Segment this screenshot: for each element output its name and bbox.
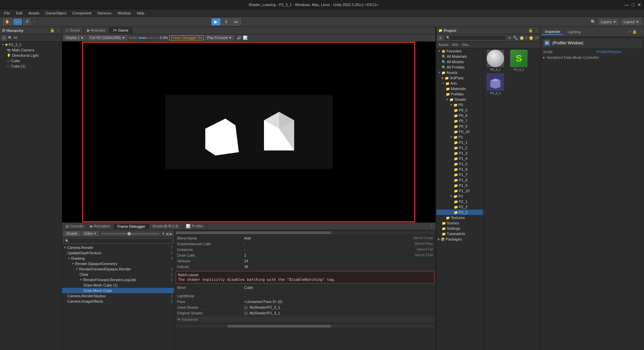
tab-lighting[interactable]: Lighting [565, 29, 583, 35]
hierarchy-add-btn[interactable]: + [1, 35, 7, 41]
asset-p231-shader[interactable]: S P2_3_1 [508, 50, 530, 71]
project-toolbar-icon2[interactable]: 🔧 [513, 36, 518, 40]
ptree-prefabs[interactable]: 📁 Prefabs [436, 91, 483, 97]
tab-inspector[interactable]: Inspector [542, 29, 563, 35]
ptree-p1-8[interactable]: 📁 P1_8 [436, 177, 483, 183]
layers-dropdown[interactable]: Layers ▼ [598, 19, 619, 25]
menu-gameobject[interactable]: GameObject [43, 10, 69, 16]
menu-services[interactable]: Services [95, 10, 114, 16]
scale-slider[interactable] [139, 37, 159, 39]
ptree-p1-10[interactable]: 📁 P1_10 [436, 188, 483, 193]
play-button[interactable]: ▶ [211, 18, 221, 26]
rotate-tool[interactable]: ↺ [23, 18, 31, 25]
ptree-p0[interactable]: ▼ 📁 P0 [436, 102, 483, 107]
tab-animation[interactable]: ▶ Animation [87, 223, 114, 229]
ptree-p1-5[interactable]: 📁 P1_5 [436, 161, 483, 167]
tab-scene[interactable]: ⬡ Scene [62, 28, 84, 33]
breadcrumb-arts[interactable]: Arts [452, 43, 458, 47]
menu-window[interactable]: Window [115, 10, 133, 16]
stats-icon[interactable]: 📊 [243, 36, 248, 40]
project-more-icon[interactable]: ⋮ [534, 28, 538, 33]
hierarchy-root-item[interactable]: ▼ ◆ P2_3_1 [0, 42, 62, 47]
ptree-tutorialinfo[interactable]: 📁 TutorialInfo [436, 231, 483, 236]
menu-edit[interactable]: Edit [13, 10, 25, 16]
ptree-assets[interactable]: ▼ 📁 Assets [436, 70, 483, 75]
used-shader-value[interactable]: MyShader/P2_3_1 [244, 305, 433, 309]
tree-clear[interactable]: Clear 1 [62, 272, 174, 277]
disable-btn[interactable]: Disable [63, 231, 80, 236]
hierarchy-camera-item[interactable]: 📷 Main Camera [0, 47, 62, 53]
bottom-more-icon[interactable]: ⋮ [430, 224, 436, 229]
ptree-p2-1[interactable]: 📁 P2_1 [436, 199, 483, 204]
ptree-p1-4[interactable]: 📁 P1_4 [436, 156, 483, 161]
ptree-p1-6[interactable]: 📁 P1_6 [436, 167, 483, 172]
project-toolbar-icon4[interactable]: ℹ [526, 36, 527, 40]
project-toolbar-icon3[interactable]: ⭐ [519, 36, 524, 40]
ptree-textures[interactable]: 📁 Textures [436, 215, 483, 220]
ptree-p1-9[interactable]: 📁 P1_9 [436, 183, 483, 188]
search-input[interactable] [63, 238, 173, 244]
hierarchy-cube1-item[interactable]: ⬡ Cube (1) [0, 63, 62, 69]
project-search-input[interactable] [451, 36, 472, 40]
scroll-thumb[interactable] [176, 231, 331, 234]
menu-component[interactable]: Component [69, 10, 94, 16]
ptree-p0-6[interactable]: 📁 P0_6 [436, 113, 483, 118]
ptree-p0-5[interactable]: 📁 P0_5 [436, 107, 483, 113]
ptree-p0-10[interactable]: 📁 P0_10 [436, 129, 483, 134]
pause-button[interactable]: ⏸ [221, 18, 231, 26]
close-btn[interactable]: ✕ [637, 2, 641, 7]
ptree-favorites[interactable]: ▼ ⭐ Favorites [436, 48, 483, 54]
ptree-p1-1[interactable]: 📁 P1_1 [436, 140, 483, 145]
resolution-dropdown[interactable]: Full HD (1920x1080) ▼ [88, 35, 127, 40]
ptree-settings[interactable]: 📁 Settings [436, 226, 483, 231]
tree-update-depth[interactable]: UpdateDepthTexture 1 [62, 250, 174, 256]
tree-render-skybox[interactable]: Camera.RenderSkybox 1 [62, 293, 174, 299]
tree-drawing[interactable]: ▼ Drawing 4 [62, 256, 174, 261]
tab-console[interactable]: ▤ Console [62, 223, 87, 229]
ptree-3rdparty[interactable]: ▶ 📁 3rdParty [436, 75, 483, 81]
asset-p231-cube[interactable]: P2_3_1 [485, 73, 506, 95]
layout-dropdown[interactable]: Layout ▼ [621, 19, 641, 25]
tree-image-effects[interactable]: Camera.ImageEffects 2 [62, 299, 174, 304]
project-lock-icon[interactable]: 🔒 [528, 28, 533, 33]
asset-p231-sphere[interactable]: P2_3_1 [485, 50, 506, 71]
tab-frame-debugger[interactable]: Frame Debugger [114, 224, 149, 229]
more-icon[interactable]: ⋮ [56, 28, 60, 33]
play-focused-dropdown[interactable]: Play Focused ▼ [205, 35, 234, 40]
scroll-thumb-bottom[interactable] [227, 325, 331, 327]
ptree-materials[interactable]: 📁 Materials [436, 86, 483, 91]
ptree-all-prefabs[interactable]: 🔍 All Prefabs [436, 64, 483, 70]
tree-camera-render[interactable]: ▼ Camera.Render 7 [62, 245, 174, 250]
tab-shader-ref[interactable]: Shader参考大全 [149, 223, 182, 229]
ptree-p1[interactable]: ▼ 📁 P1 [436, 134, 483, 140]
hierarchy-light-item[interactable]: 💡 Directional Light [0, 53, 62, 58]
ptree-p0-7[interactable]: 📁 P0_7 [436, 118, 483, 124]
nav-next-icon[interactable]: ▶ [170, 231, 173, 236]
ptree-p2-2[interactable]: 📁 P2_2 [436, 204, 483, 210]
display-dropdown[interactable]: Display 1 ▼ [63, 35, 86, 40]
minimize-btn[interactable]: — [625, 2, 629, 7]
ptree-p1-2[interactable]: 📁 P1_2 [436, 145, 483, 150]
tree-draw-mesh-cube[interactable]: Draw Mesh Cube [62, 288, 174, 293]
ptree-scenes[interactable]: 📁 Scenes [436, 220, 483, 226]
ptree-p2-3[interactable]: 📁 P2_3 [436, 210, 483, 215]
inspector-lock-icon[interactable]: 🔒 [632, 30, 637, 34]
game-more-icon[interactable]: ⋮ [430, 36, 434, 40]
ptree-arts[interactable]: ▼ 📁 Arts [436, 81, 483, 86]
tab-profiler[interactable]: 📊 Profiler [182, 223, 207, 229]
ptree-p1-7[interactable]: 📁 P1_7 [436, 172, 483, 177]
tree-render-loop[interactable]: ▼ RenderForward.RenderLoopJob 2 [62, 277, 174, 282]
nav-prev-icon[interactable]: ◀ [165, 231, 168, 236]
editor-dropdown[interactable]: Editor ▼ [82, 231, 99, 236]
search-icon[interactable]: 🔍 [591, 19, 596, 24]
script-value[interactable]: ProfilerWindow [597, 50, 641, 54]
inspector-more-icon[interactable]: ⋮ [638, 30, 642, 34]
tree-draw-mesh-cube1[interactable]: Draw Mesh Cube (1) [62, 282, 174, 288]
lock-icon[interactable]: 🔒 [50, 28, 55, 33]
breadcrumb-sha[interactable]: Sha... [462, 43, 471, 47]
frame-slider-thumb[interactable] [127, 232, 131, 235]
project-toolbar-icon1[interactable]: 👁 [507, 36, 512, 40]
hand-tool[interactable]: ✋ [3, 18, 12, 25]
step-button[interactable]: ⏭ [231, 18, 241, 26]
tree-render-forward[interactable]: ▼ RenderForwardOpaque.Render 3 [62, 266, 174, 272]
